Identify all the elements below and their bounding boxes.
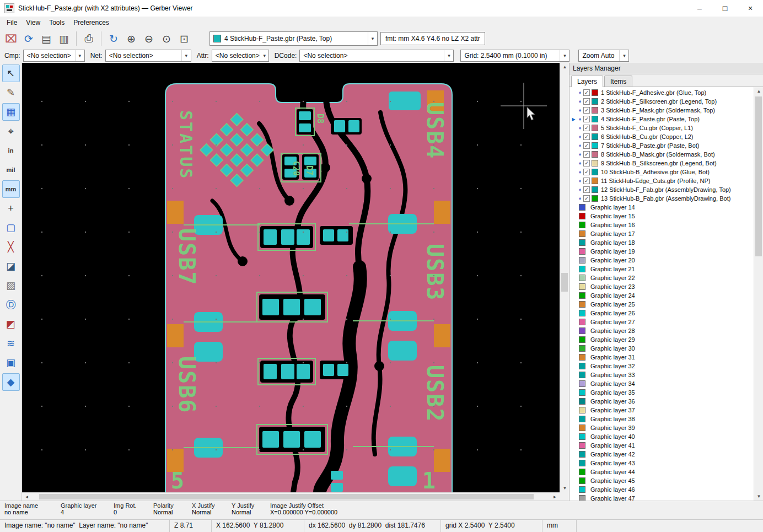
measure-tool[interactable]: ✎: [2, 84, 20, 101]
zoom-out-button[interactable]: ⊖: [141, 30, 157, 47]
layer-row[interactable]: ♦✓7 StickHub-B_Paste.gbr (Paste, Bot): [569, 141, 754, 150]
clear-all-layers-button[interactable]: ⌧: [3, 30, 19, 47]
layer-row[interactable]: ♦✓11 StickHub-Edge_Cuts.gbr (Profile, NP…: [569, 176, 754, 185]
panel-vertical-scrollbar[interactable]: ▲ ▼: [754, 87, 763, 501]
layer-row[interactable]: Graphic layer 45: [569, 476, 754, 485]
layer-row[interactable]: Graphic layer 41: [569, 441, 754, 450]
menu-view[interactable]: View: [22, 18, 45, 28]
layer-color-swatch[interactable]: [579, 222, 585, 228]
layer-row[interactable]: ♦✓6 StickHub-B_Cu.gbr (Copper, L2): [569, 132, 754, 141]
layer-row[interactable]: Graphic layer 17: [569, 229, 754, 238]
layer-row[interactable]: Graphic layer 20: [569, 256, 754, 265]
layer-color-swatch[interactable]: [579, 372, 585, 378]
gerber-canvas[interactable]: STATUS USB7 USB6 5 USB4 USB3 USB2 1 D8 D…: [22, 63, 560, 492]
layer-color-swatch[interactable]: [579, 460, 585, 466]
flip-view-toggle[interactable]: ▣: [2, 354, 20, 372]
scroll-right-icon[interactable]: ►: [550, 493, 560, 501]
layer-color-swatch[interactable]: [579, 283, 585, 290]
zoom-selection-button[interactable]: ⊡: [176, 30, 192, 47]
layer-color-swatch[interactable]: [579, 477, 585, 484]
cursor-shape-toggle[interactable]: +: [2, 200, 20, 217]
horizontal-scroll-track[interactable]: [31, 493, 550, 501]
layer-color-swatch[interactable]: [592, 186, 598, 193]
layer-visibility-checkbox[interactable]: ✓: [583, 160, 590, 166]
close-button[interactable]: ×: [738, 0, 763, 17]
select-tool[interactable]: ↖: [2, 65, 20, 82]
layer-row[interactable]: ♦✓8 StickHub-B_Mask.gbr (Soldermask, Bot…: [569, 150, 754, 159]
grid-select[interactable]: Grid: 2.5400 mm (0.1000 in) ▾: [460, 50, 569, 62]
layer-row[interactable]: ♦✓3 StickHub-F_Mask.gbr (Soldermask, Top…: [569, 106, 754, 115]
layer-color-swatch[interactable]: [579, 248, 585, 255]
layer-row[interactable]: Graphic layer 42: [569, 450, 754, 459]
flashed-items-sketch-toggle[interactable]: ▢: [2, 219, 20, 237]
layer-color-swatch[interactable]: [592, 195, 598, 202]
layer-row[interactable]: Graphic layer 14: [569, 203, 754, 212]
dcodes-visibility-toggle[interactable]: Ⓓ: [2, 296, 20, 314]
layer-row[interactable]: Graphic layer 33: [569, 370, 754, 379]
layer-color-swatch[interactable]: [592, 107, 598, 114]
layer-color-swatch[interactable]: [592, 151, 598, 158]
layer-row[interactable]: Graphic layer 30: [569, 344, 754, 353]
diff-mode-toggle[interactable]: ◩: [2, 315, 20, 333]
layer-row[interactable]: Graphic layer 29: [569, 335, 754, 344]
layer-visibility-checkbox[interactable]: ✓: [583, 133, 590, 140]
layer-row[interactable]: Graphic layer 44: [569, 467, 754, 476]
layer-color-swatch[interactable]: [592, 142, 598, 149]
layer-row[interactable]: ♦✓10 StickHub-B_Adhesive.gbr (Glue, Bot): [569, 168, 754, 176]
layer-visibility-checkbox[interactable]: ✓: [583, 98, 590, 105]
layer-color-swatch[interactable]: [579, 319, 585, 325]
menu-file[interactable]: File: [2, 18, 22, 28]
layer-color-swatch[interactable]: [579, 239, 585, 246]
layer-row[interactable]: Graphic layer 37: [569, 406, 754, 415]
layer-color-swatch[interactable]: [579, 327, 585, 334]
cmp-select[interactable]: <No selection> ▾: [23, 50, 85, 62]
layer-color-swatch[interactable]: [592, 133, 598, 140]
layer-row[interactable]: ♦✓2 StickHub-F_Silkscreen.gbr (Legend, T…: [569, 97, 754, 106]
layer-visibility-checkbox[interactable]: ✓: [583, 195, 590, 202]
units-mils-button[interactable]: mil: [2, 161, 20, 179]
layer-color-swatch[interactable]: [579, 486, 585, 493]
xor-mode-toggle[interactable]: ≋: [2, 335, 20, 352]
layer-color-swatch[interactable]: [579, 469, 585, 475]
scroll-up-icon[interactable]: ▲: [560, 63, 569, 71]
layer-row[interactable]: ♦✓1 StickHub-F_Adhesive.gbr (Glue, Top): [569, 88, 754, 97]
layer-color-swatch[interactable]: [579, 380, 585, 387]
horizontal-scroll-thumb[interactable]: [39, 494, 534, 499]
layer-color-swatch[interactable]: [592, 89, 598, 96]
maximize-button[interactable]: □: [712, 0, 738, 17]
layer-color-swatch[interactable]: [579, 433, 585, 440]
vertical-scroll-track[interactable]: [560, 71, 569, 484]
layer-color-swatch[interactable]: [579, 292, 585, 299]
open-gerber-files-button[interactable]: ▤: [38, 30, 55, 47]
layer-color-swatch[interactable]: [579, 257, 585, 264]
vertical-scroll-thumb[interactable]: [561, 273, 568, 292]
layer-row[interactable]: Graphic layer 43: [569, 459, 754, 467]
layer-row[interactable]: Graphic layer 21: [569, 265, 754, 273]
dcode-select[interactable]: <No selection> ▾: [299, 50, 454, 62]
layer-row[interactable]: Graphic layer 15: [569, 212, 754, 221]
layer-row[interactable]: Graphic layer 36: [569, 397, 754, 406]
layer-color-swatch[interactable]: [592, 169, 598, 175]
layer-row[interactable]: Graphic layer 18: [569, 238, 754, 247]
layer-visibility-checkbox[interactable]: ✓: [583, 142, 590, 149]
layers-manager-toggle[interactable]: ◆: [2, 373, 20, 391]
layer-row[interactable]: Graphic layer 39: [569, 423, 754, 432]
layer-row[interactable]: Graphic layer 22: [569, 273, 754, 282]
layer-row[interactable]: Graphic layer 34: [569, 379, 754, 388]
panel-scroll-track[interactable]: [754, 95, 763, 492]
layer-row[interactable]: Graphic layer 24: [569, 291, 754, 300]
layer-row[interactable]: Graphic layer 28: [569, 326, 754, 335]
layer-color-swatch[interactable]: [579, 389, 585, 396]
units-inches-button[interactable]: in: [2, 142, 20, 159]
active-layer-select[interactable]: 4 StickHub-F_Paste.gbr (Paste, Top) ▾: [209, 31, 378, 46]
layer-color-swatch[interactable]: [579, 416, 585, 422]
layer-row[interactable]: Graphic layer 23: [569, 282, 754, 291]
net-select[interactable]: <No selection> ▾: [105, 50, 191, 62]
reload-all-layers-button[interactable]: ⟳: [20, 30, 37, 47]
scroll-down-icon[interactable]: ▼: [754, 492, 763, 501]
layer-row[interactable]: Graphic layer 46: [569, 485, 754, 494]
layer-visibility-checkbox[interactable]: ✓: [583, 116, 590, 122]
zoom-in-button[interactable]: ⊕: [123, 30, 139, 47]
layer-row[interactable]: Graphic layer 27: [569, 318, 754, 326]
canvas-horizontal-scrollbar[interactable]: ◄ ►: [22, 492, 560, 501]
